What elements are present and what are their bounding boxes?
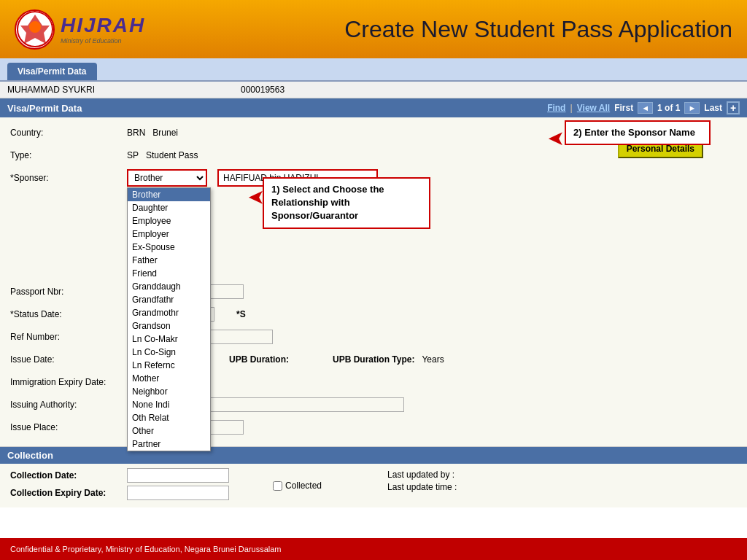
type-code: SP: [127, 150, 139, 160]
last-updated-by-label: Last updated by :: [387, 470, 454, 480]
status-row: *Status Date: *S: [10, 305, 737, 324]
type-label: Type:: [10, 150, 127, 160]
header: HIJRAH Ministry of Education Create New …: [0, 0, 747, 58]
collection-date-label: Collection Date:: [10, 470, 127, 481]
last-update-time-label: Last update time :: [387, 482, 457, 492]
country-name: Brunei: [152, 128, 178, 138]
dropdown-item-ex-spouse[interactable]: Ex-Spouse: [128, 241, 210, 254]
ref-row: Ref Number:: [10, 327, 737, 346]
upb-duration-label: UPB Duration:: [229, 354, 289, 365]
form-area: Country: BRN Brunei Type: SP Student Pas…: [0, 117, 747, 446]
logo-text: HIJRAH Ministry of Education: [61, 14, 145, 44]
country-code: BRN: [127, 128, 145, 138]
footer-text: Confidential & Proprietary, Ministry of …: [10, 545, 282, 553]
page-title: Create New Student Pass Application: [344, 16, 732, 43]
collection-expiry-input[interactable]: [127, 486, 229, 500]
annotation-arrow-1: ➤: [548, 126, 565, 150]
upb-duration-type-value: Years: [422, 354, 444, 365]
logo-icon: [15, 9, 55, 50]
last-updated-area: Last updated by : Last update time :: [387, 470, 457, 503]
collection-header: Collection: [0, 447, 747, 464]
status-s-label: *S: [236, 309, 246, 319]
page-title-area: Create New Student Pass Application: [344, 0, 732, 58]
visa-permit-tab[interactable]: Visa/Permit Data: [7, 63, 97, 80]
dropdown-item-employer[interactable]: Employer: [128, 228, 210, 241]
collected-label: Collected: [285, 481, 322, 491]
issue-place-row: Issue Place:: [10, 418, 737, 437]
dropdown-item-grandmothr[interactable]: Grandmothr: [128, 306, 210, 319]
collection-section: Collection Collection Date: Collection E…: [0, 446, 747, 508]
type-name: Student Pass: [146, 150, 198, 160]
dropdown-item-oth-relat[interactable]: Oth Relat: [128, 411, 210, 424]
issuing-auth-label: Issuing Authority:: [10, 400, 127, 410]
dropdown-item-friend[interactable]: Friend: [128, 267, 210, 280]
dropdown-item-brother[interactable]: Brother: [128, 188, 210, 201]
footer: Confidential & Proprietary, Ministry of …: [0, 538, 747, 560]
dropdown-item-other[interactable]: Other: [128, 424, 210, 438]
section-header: Visa/Permit Data Find | View All First ◄…: [0, 98, 747, 117]
issue-place-label: Issue Place:: [10, 422, 127, 432]
section-title: Visa/Permit Data: [7, 103, 82, 114]
tab-bar: Visa/Permit Data: [0, 58, 747, 82]
nav-first-label: First: [614, 103, 633, 113]
last-updated-by-row: Last updated by :: [387, 470, 457, 480]
dropdown-item-none-indi[interactable]: None Indi: [128, 398, 210, 411]
svg-point-2: [29, 21, 41, 33]
nav-of: 1 of 1: [657, 103, 680, 113]
imm-expiry-row: Immigration Expiry Date:: [10, 373, 737, 392]
dropdown-item-grandfathr[interactable]: Grandfathr: [128, 293, 210, 306]
dropdown-item-daughter[interactable]: Daughter: [128, 201, 210, 214]
dropdown-item-ln-co-makr[interactable]: Ln Co-Makr: [128, 332, 210, 346]
sponsor-select[interactable]: Brother: [127, 169, 207, 187]
nav-controls: Find | View All First ◄ 1 of 1 ► Last +: [547, 101, 740, 114]
dropdown-item-partner[interactable]: Partner: [128, 438, 210, 451]
sponsor-label: *Sponser:: [10, 173, 127, 183]
sponsor-dropdown-list: Brother Daughter Employee Employer Ex-Sp…: [127, 187, 211, 451]
nav-prev-button[interactable]: ◄: [638, 102, 653, 114]
dropdown-item-father[interactable]: Father: [128, 254, 210, 267]
issue-upb-row: Issue Date: UPB Duration: UPB Duration T…: [10, 350, 737, 369]
collection-date-row: Collection Date:: [10, 468, 229, 483]
student-id: 000019563: [241, 85, 285, 95]
country-label: Country:: [10, 128, 127, 138]
ref-label: Ref Number:: [10, 332, 127, 342]
issue-date-label: Issue Date:: [10, 354, 127, 365]
student-name: MUHAMMAD SYUKRI: [7, 85, 95, 95]
view-all-link[interactable]: View All: [577, 103, 610, 113]
dropdown-item-employee[interactable]: Employee: [128, 214, 210, 228]
dropdown-item-mother[interactable]: Mother: [128, 372, 210, 385]
logo-area: HIJRAH Ministry of Education: [15, 9, 145, 50]
passport-row: Passport Nbr:: [10, 282, 737, 301]
last-update-time-row: Last update time :: [387, 482, 457, 492]
dropdown-item-neighbor[interactable]: Neighbor: [128, 385, 210, 398]
passport-label: Passport Nbr:: [10, 287, 127, 297]
collection-expiry-label: Collection Expiry Date:: [10, 488, 127, 498]
status-label: *Status Date:: [10, 309, 127, 319]
dropdown-item-grandson[interactable]: Grandson: [128, 319, 210, 332]
collection-date-input[interactable]: [127, 468, 229, 483]
collected-checkbox[interactable]: [273, 481, 282, 491]
dropdown-item-ln-co-sign[interactable]: Ln Co-Sign: [128, 346, 210, 359]
issuing-auth-row: Issuing Authority:: [10, 395, 737, 414]
info-bar: MUHAMMAD SYUKRI 000019563: [0, 82, 747, 98]
collection-title: Collection: [7, 450, 53, 461]
upb-duration-type-label: UPB Duration Type:: [333, 354, 414, 365]
find-link[interactable]: Find: [547, 103, 565, 113]
dropdown-item-granddaugh[interactable]: Granddaugh: [128, 280, 210, 293]
dropdown-item-ln-refernc[interactable]: Ln Refernc: [128, 359, 210, 372]
nav-next-button[interactable]: ►: [684, 102, 700, 114]
logo-tagline: Ministry of Education: [61, 37, 145, 44]
annotation-box-2: 1) Select and Choose the Relationship wi…: [263, 177, 430, 229]
nav-last-label: Last: [704, 103, 722, 113]
imm-expiry-label: Immigration Expiry Date:: [10, 377, 127, 387]
collection-body: Collection Date: Collection Expiry Date:…: [0, 464, 747, 508]
add-button[interactable]: +: [727, 101, 740, 114]
annotation-box-1: 2) Enter the Sponsor Name: [565, 120, 711, 145]
logo-name: HIJRAH: [61, 14, 145, 37]
collected-checkbox-row: Collected: [273, 481, 322, 491]
collection-expiry-row: Collection Expiry Date:: [10, 486, 229, 500]
